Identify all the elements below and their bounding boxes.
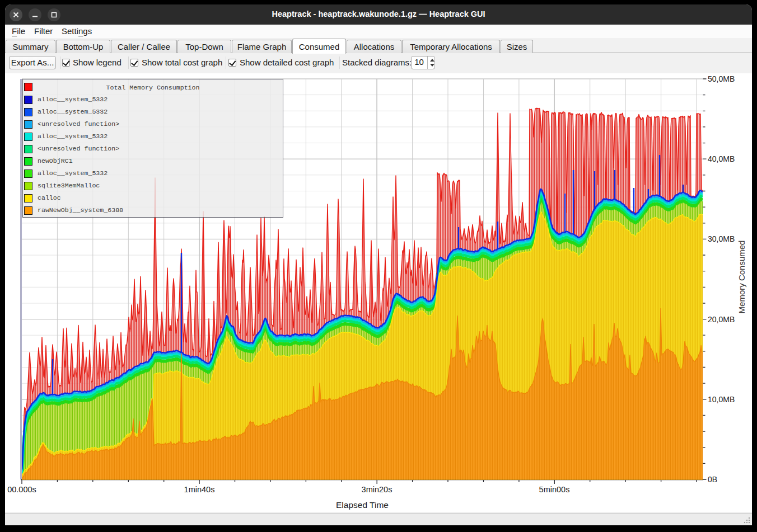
svg-text:50,0MB: 50,0MB xyxy=(708,74,735,83)
svg-text:40,0MB: 40,0MB xyxy=(708,154,735,163)
svg-text:0B: 0B xyxy=(708,475,717,484)
svg-text:5min00s: 5min00s xyxy=(539,485,570,494)
svg-text:10,0MB: 10,0MB xyxy=(708,395,735,404)
svg-text:1min40s: 1min40s xyxy=(184,485,215,494)
svg-text:00.000s: 00.000s xyxy=(7,485,36,494)
svg-text:Memory Consumed: Memory Consumed xyxy=(737,241,746,314)
svg-text:Elapsed Time: Elapsed Time xyxy=(336,500,389,510)
svg-text:30,0MB: 30,0MB xyxy=(708,234,735,243)
svg-text:3min20s: 3min20s xyxy=(362,485,392,494)
svg-text:20,0MB: 20,0MB xyxy=(708,315,735,324)
